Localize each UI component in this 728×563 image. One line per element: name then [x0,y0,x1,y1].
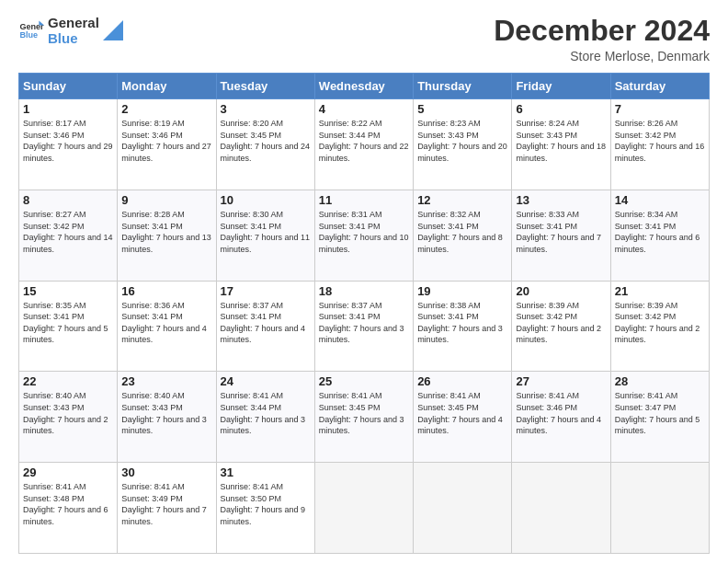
cell-info: Sunrise: 8:39 AMSunset: 3:42 PMDaylight:… [615,301,700,345]
day-number: 28 [615,374,705,388]
table-row: 31 Sunrise: 8:41 AMSunset: 3:50 PMDaylig… [216,463,314,554]
col-sunday: Sunday [19,74,118,99]
day-number: 14 [615,193,705,207]
table-row: 4 Sunrise: 8:22 AMSunset: 3:44 PMDayligh… [314,99,413,190]
cell-info: Sunrise: 8:39 AMSunset: 3:42 PMDaylight:… [516,301,601,345]
cell-info: Sunrise: 8:37 AMSunset: 3:41 PMDaylight:… [221,301,306,345]
col-tuesday: Tuesday [216,74,314,99]
cell-info: Sunrise: 8:41 AMSunset: 3:48 PMDaylight:… [23,482,108,526]
table-row: 15 Sunrise: 8:35 AMSunset: 3:41 PMDaylig… [19,281,118,372]
cell-info: Sunrise: 8:23 AMSunset: 3:43 PMDaylight:… [417,119,507,163]
table-row: 12 Sunrise: 8:32 AMSunset: 3:41 PMDaylig… [414,190,512,281]
cell-info: Sunrise: 8:40 AMSunset: 3:43 PMDaylight:… [121,391,207,435]
table-row: 27 Sunrise: 8:41 AMSunset: 3:46 PMDaylig… [512,372,610,463]
day-number: 30 [121,465,211,479]
table-row: 11 Sunrise: 8:31 AMSunset: 3:41 PMDaylig… [314,190,413,281]
table-row: 2 Sunrise: 8:19 AMSunset: 3:46 PMDayligh… [118,99,216,190]
cell-info: Sunrise: 8:28 AMSunset: 3:41 PMDaylight:… [121,210,211,254]
logo-general: General [48,15,99,30]
cell-info: Sunrise: 8:32 AMSunset: 3:41 PMDaylight:… [417,210,503,254]
day-number: 12 [417,193,507,207]
table-row: 23 Sunrise: 8:40 AMSunset: 3:43 PMDaylig… [118,372,216,463]
calendar-week-row: 15 Sunrise: 8:35 AMSunset: 3:41 PMDaylig… [19,281,710,372]
day-number: 24 [221,374,311,388]
month-title: December 2024 [494,15,710,47]
logo-triangle-icon [103,20,123,40]
table-row: 30 Sunrise: 8:41 AMSunset: 3:49 PMDaylig… [118,463,216,554]
cell-info: Sunrise: 8:41 AMSunset: 3:46 PMDaylight:… [516,391,601,435]
cell-info: Sunrise: 8:40 AMSunset: 3:43 PMDaylight:… [23,391,108,435]
cell-info: Sunrise: 8:41 AMSunset: 3:50 PMDaylight:… [221,482,306,526]
day-number: 23 [121,374,211,388]
table-row: 17 Sunrise: 8:37 AMSunset: 3:41 PMDaylig… [216,281,314,372]
day-number: 25 [319,374,409,388]
col-wednesday: Wednesday [314,74,413,99]
table-row: 19 Sunrise: 8:38 AMSunset: 3:41 PMDaylig… [414,281,512,372]
svg-text:Blue: Blue [19,31,38,40]
table-row: 16 Sunrise: 8:36 AMSunset: 3:41 PMDaylig… [118,281,216,372]
table-row: 1 Sunrise: 8:17 AMSunset: 3:46 PMDayligh… [19,99,118,190]
day-number: 20 [516,284,606,298]
cell-info: Sunrise: 8:41 AMSunset: 3:44 PMDaylight:… [221,391,306,435]
table-row: 21 Sunrise: 8:39 AMSunset: 3:42 PMDaylig… [610,281,709,372]
cell-info: Sunrise: 8:36 AMSunset: 3:41 PMDaylight:… [121,301,207,345]
table-row: 28 Sunrise: 8:41 AMSunset: 3:47 PMDaylig… [610,372,709,463]
col-saturday: Saturday [610,74,709,99]
logo: General Blue General Blue [18,15,123,47]
table-row [610,463,709,554]
day-number: 2 [121,102,211,116]
col-monday: Monday [118,74,216,99]
table-row: 3 Sunrise: 8:20 AMSunset: 3:45 PMDayligh… [216,99,314,190]
cell-info: Sunrise: 8:41 AMSunset: 3:49 PMDaylight:… [121,482,207,526]
cell-info: Sunrise: 8:38 AMSunset: 3:41 PMDaylight:… [417,301,503,345]
day-number: 8 [23,193,113,207]
table-row: 9 Sunrise: 8:28 AMSunset: 3:41 PMDayligh… [118,190,216,281]
table-row: 5 Sunrise: 8:23 AMSunset: 3:43 PMDayligh… [414,99,512,190]
calendar-header-row: Sunday Monday Tuesday Wednesday Thursday… [19,74,710,99]
cell-info: Sunrise: 8:22 AMSunset: 3:44 PMDaylight:… [319,119,409,163]
table-row: 8 Sunrise: 8:27 AMSunset: 3:42 PMDayligh… [19,190,118,281]
table-row: 20 Sunrise: 8:39 AMSunset: 3:42 PMDaylig… [512,281,610,372]
cell-info: Sunrise: 8:31 AMSunset: 3:41 PMDaylight:… [319,210,409,254]
cell-info: Sunrise: 8:19 AMSunset: 3:46 PMDaylight:… [121,119,211,163]
table-row [512,463,610,554]
table-row: 10 Sunrise: 8:30 AMSunset: 3:41 PMDaylig… [216,190,314,281]
calendar-table: Sunday Monday Tuesday Wednesday Thursday… [18,73,710,554]
day-number: 26 [417,374,507,388]
day-number: 5 [417,102,507,116]
calendar-week-row: 8 Sunrise: 8:27 AMSunset: 3:42 PMDayligh… [19,190,710,281]
day-number: 7 [615,102,705,116]
cell-info: Sunrise: 8:24 AMSunset: 3:43 PMDaylight:… [516,119,606,163]
day-number: 22 [23,374,113,388]
table-row [414,463,512,554]
cell-info: Sunrise: 8:34 AMSunset: 3:41 PMDaylight:… [615,210,700,254]
cell-info: Sunrise: 8:30 AMSunset: 3:41 PMDaylight:… [221,210,311,254]
calendar-week-row: 1 Sunrise: 8:17 AMSunset: 3:46 PMDayligh… [19,99,710,190]
col-friday: Friday [512,74,610,99]
cell-info: Sunrise: 8:26 AMSunset: 3:42 PMDaylight:… [615,119,705,163]
table-row: 24 Sunrise: 8:41 AMSunset: 3:44 PMDaylig… [216,372,314,463]
table-row: 26 Sunrise: 8:41 AMSunset: 3:45 PMDaylig… [414,372,512,463]
table-row [314,463,413,554]
table-row: 25 Sunrise: 8:41 AMSunset: 3:45 PMDaylig… [314,372,413,463]
cell-info: Sunrise: 8:27 AMSunset: 3:42 PMDaylight:… [23,210,113,254]
table-row: 22 Sunrise: 8:40 AMSunset: 3:43 PMDaylig… [19,372,118,463]
col-thursday: Thursday [414,74,512,99]
day-number: 11 [319,193,409,207]
cell-info: Sunrise: 8:17 AMSunset: 3:46 PMDaylight:… [23,119,113,163]
cell-info: Sunrise: 8:33 AMSunset: 3:41 PMDaylight:… [516,210,601,254]
cell-info: Sunrise: 8:20 AMSunset: 3:45 PMDaylight:… [221,119,311,163]
day-number: 29 [23,465,113,479]
page: General Blue General Blue December 2024 … [0,0,728,563]
day-number: 19 [417,284,507,298]
logo-icon: General Blue [18,17,44,43]
day-number: 4 [319,102,409,116]
day-number: 1 [23,102,113,116]
cell-info: Sunrise: 8:37 AMSunset: 3:41 PMDaylight:… [319,301,404,345]
day-number: 31 [221,465,311,479]
day-number: 3 [221,102,311,116]
svg-marker-3 [103,20,123,40]
table-row: 14 Sunrise: 8:34 AMSunset: 3:41 PMDaylig… [610,190,709,281]
logo-blue: Blue [48,30,99,46]
day-number: 6 [516,102,606,116]
